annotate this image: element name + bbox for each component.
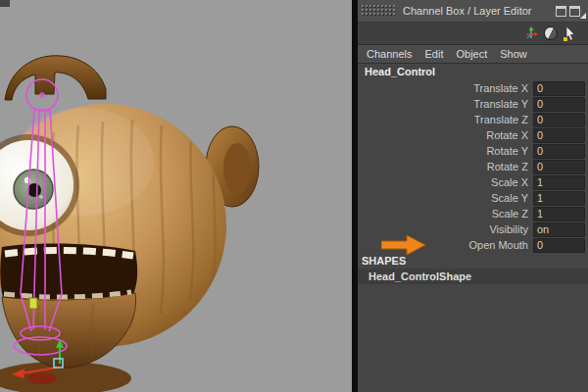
3d-viewport[interactable] [0, 0, 352, 392]
attribute-label[interactable]: Translate Y [358, 98, 533, 110]
viewport-scene [0, 0, 352, 392]
attribute-value-field[interactable]: on [533, 222, 585, 237]
menu-edit[interactable]: Edit [424, 48, 443, 60]
rig-pivot-marker[interactable] [29, 298, 37, 309]
attribute-label[interactable]: Translate X [358, 82, 533, 94]
attribute-row: Translate X 0 [358, 80, 588, 96]
attribute-value-field[interactable]: 0 [533, 160, 585, 174]
menu-show[interactable]: Show [500, 48, 527, 60]
attribute-label[interactable]: Rotate Z [358, 161, 533, 172]
attribute-label[interactable]: Translate Z [358, 114, 533, 125]
node-name[interactable]: Head_Control [358, 64, 588, 80]
attribute-row: Rotate Y 0 [358, 143, 588, 159]
maya-window: Channel Box / Layer Editor Channels [0, 0, 588, 392]
shape-name[interactable]: Head_ControlShape [358, 269, 588, 284]
drag-grip-icon[interactable] [362, 5, 395, 17]
attribute-value-field[interactable]: 0 [533, 113, 585, 127]
select-cursor-icon[interactable] [564, 26, 576, 41]
attribute-value-field[interactable]: 0 [533, 97, 585, 112]
corner-arrow-icon[interactable] [580, 13, 586, 19]
panel-titlebar[interactable]: Channel Box / Layer Editor [358, 0, 588, 23]
attribute-row: Scale Y 1 [358, 190, 588, 206]
manipulator-axis-icon[interactable] [524, 26, 538, 40]
attribute-value-field[interactable]: 1 [533, 175, 585, 190]
attribute-row: Rotate X 0 [358, 127, 588, 143]
attribute-row: Translate Y 0 [358, 96, 588, 112]
attribute-value-field[interactable]: 1 [533, 207, 585, 221]
attribute-value-field[interactable]: 0 [533, 81, 585, 96]
attribute-row: Rotate Z 0 [358, 159, 588, 174]
attribute-row: Scale X 1 [358, 174, 588, 190]
viewport-corner-artifact [0, 0, 10, 7]
annotation-arrow-icon [381, 234, 426, 256]
attribute-rows: Translate X 0 Translate Y 0 Translate Z … [358, 80, 588, 253]
panel-title: Channel Box / Layer Editor [403, 5, 556, 17]
expand-window-icon[interactable] [569, 6, 580, 17]
attribute-label[interactable]: Rotate X [358, 129, 533, 141]
panel-toolbar [358, 23, 588, 45]
attribute-value-field[interactable]: 1 [533, 191, 585, 206]
menu-channels[interactable]: Channels [367, 48, 412, 60]
attribute-row: Translate Z 0 [358, 112, 588, 127]
attribute-label[interactable]: Scale X [358, 176, 533, 188]
attribute-value-field[interactable]: 0 [533, 144, 585, 159]
panel-menubar: Channels Edit Object Show [358, 45, 588, 64]
attribute-label[interactable]: Rotate Y [358, 145, 533, 157]
pop-out-window-icon[interactable] [556, 6, 566, 17]
menu-object[interactable]: Object [456, 48, 487, 60]
channel-box-panel: Channel Box / Layer Editor Channels [358, 0, 588, 392]
attribute-row: Scale Z 1 [358, 206, 588, 221]
attribute-label[interactable]: Scale Y [358, 192, 533, 204]
channel-box: Head_Control Translate X 0 Translate Y 0… [358, 64, 588, 392]
attribute-value-field[interactable]: 0 [533, 238, 585, 253]
attribute-value-field[interactable]: 0 [533, 128, 585, 143]
attribute-label[interactable]: Scale Z [358, 208, 533, 220]
display-half-circle-icon[interactable] [544, 26, 558, 40]
